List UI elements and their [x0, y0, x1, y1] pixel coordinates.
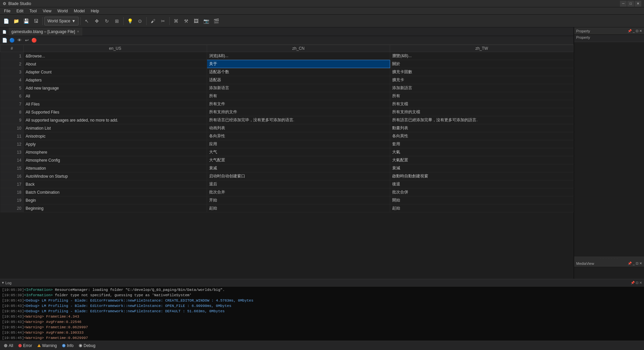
cell-en-us[interactable]: Animation List — [23, 124, 207, 132]
cell-zh-tw[interactable]: 擴充卡 — [390, 76, 574, 84]
new-file-button[interactable]: 📄 — [1, 16, 11, 26]
tool4-button[interactable]: 📷 — [201, 16, 211, 26]
cell-zh-tw[interactable]: 所有支持的文檔 — [390, 108, 574, 116]
cell-zh-tw[interactable]: 起始 — [390, 204, 574, 212]
cell-zh-cn[interactable]: 大气配置 — [207, 156, 390, 164]
cell-en-us[interactable]: Attenuation — [23, 164, 207, 172]
cell-zh-tw[interactable]: 衰減 — [390, 164, 574, 172]
tool5-button[interactable]: 🎬 — [211, 16, 221, 26]
panel-float-icon[interactable]: ⊡ — [636, 29, 638, 33]
menu-edit[interactable]: Edit — [14, 8, 26, 14]
menu-tool[interactable]: Tool — [27, 8, 39, 14]
scale-button[interactable]: ⊞ — [112, 16, 122, 26]
cell-zh-cn[interactable]: 所有支持的文件 — [207, 108, 390, 116]
cell-en-us[interactable]: &Browse... — [23, 52, 207, 60]
cell-zh-tw[interactable]: 所有 — [390, 92, 574, 100]
cell-zh-tw[interactable]: 關於 — [390, 60, 574, 68]
cell-zh-tw[interactable]: 後退 — [390, 180, 574, 188]
cell-zh-tw[interactable]: 大氣 — [390, 148, 574, 156]
cell-zh-cn[interactable]: 各向异性 — [207, 132, 390, 140]
lf-redo-button[interactable]: 🔴 — [31, 37, 37, 44]
cell-zh-tw[interactable]: 套用 — [390, 140, 574, 148]
cell-zh-tw[interactable]: 批次合併 — [390, 188, 574, 196]
menu-file[interactable]: File — [1, 8, 13, 14]
save-button[interactable]: 💾 — [21, 16, 31, 26]
world-space-dropdown[interactable]: World Space ▼ — [44, 17, 78, 25]
new-lang-tab-button[interactable]: 📄 — [1, 28, 8, 35]
property-panel-header[interactable]: Property 📌 _ ⊡ ✕ — [574, 27, 644, 35]
cell-zh-cn[interactable]: 批次合并 — [207, 188, 390, 196]
cell-en-us[interactable]: AutoWindow on Startup — [23, 172, 207, 180]
media-view-header[interactable]: MediaView 📌 _ ⊡ ✕ — [574, 260, 644, 267]
cell-zh-tw[interactable]: 擴充卡固數 — [390, 68, 574, 76]
cell-en-us[interactable]: Adapter Count — [23, 68, 207, 76]
lf-undo-button[interactable]: ↩ — [23, 37, 30, 44]
menu-model[interactable]: Model — [71, 8, 88, 14]
save-all-button[interactable]: 🖫 — [31, 16, 41, 26]
select-button[interactable]: ↖ — [82, 16, 92, 26]
cell-en-us[interactable]: Beginning — [23, 204, 207, 212]
cell-en-us[interactable]: Anisotropic — [23, 132, 207, 140]
cell-zh-cn[interactable]: 适配器 — [207, 76, 390, 84]
cell-en-us[interactable]: All Files — [23, 100, 207, 108]
lf-new-button[interactable]: 📄 — [1, 37, 8, 44]
cell-zh-tw[interactable]: 各向異性 — [390, 132, 574, 140]
cell-en-us[interactable]: All — [23, 92, 207, 100]
cell-zh-cn[interactable]: 应用 — [207, 140, 390, 148]
cell-zh-cn[interactable]: 退后 — [207, 180, 390, 188]
cell-zh-cn-input[interactable] — [209, 62, 388, 66]
menu-help[interactable]: Help — [88, 8, 102, 14]
cell-zh-cn[interactable]: 衰减 — [207, 164, 390, 172]
cell-zh-cn[interactable]: 所有文件 — [207, 100, 390, 108]
panel-close-icon[interactable]: ✕ — [639, 29, 642, 33]
cell-zh-cn[interactable]: 所有语言已经添加完毕，没有更多可添加的语言. — [207, 116, 390, 124]
cell-zh-tw[interactable]: 所有語言已經添加完畢，沒有更多可添加的語言. — [390, 116, 574, 124]
cell-zh-tw[interactable]: 所有文檔 — [390, 100, 574, 108]
tool2-button[interactable]: ⚒ — [181, 16, 191, 26]
minimize-button[interactable]: ─ — [620, 1, 627, 7]
cell-en-us[interactable]: All Supported Files — [23, 108, 207, 116]
cell-zh-cn[interactable]: 起始 — [207, 204, 390, 212]
rotate-button[interactable]: ↻ — [102, 16, 112, 26]
cell-zh-cn[interactable] — [207, 60, 390, 68]
lf-open-button[interactable]: 🔵 — [9, 37, 15, 44]
mv-collapse-icon[interactable]: _ — [633, 261, 635, 265]
cell-zh-cn[interactable]: 开始 — [207, 196, 390, 204]
cell-en-us[interactable]: Adapters — [23, 76, 207, 84]
menu-view[interactable]: View — [40, 8, 54, 14]
cell-zh-cn[interactable]: 添加新语言 — [207, 84, 390, 92]
cell-zh-cn[interactable]: 适配器个数 — [207, 68, 390, 76]
cell-zh-cn[interactable]: 启动时自动创建窗口 — [207, 172, 390, 180]
cell-zh-cn[interactable]: 动画列表 — [207, 124, 390, 132]
cell-zh-cn[interactable]: 浏览(&B)... — [207, 52, 390, 60]
status-info[interactable]: i Info — [61, 343, 75, 349]
cell-en-us[interactable]: About — [23, 60, 207, 68]
light-button[interactable]: 💡 — [125, 16, 135, 26]
mv-close-icon[interactable]: ✕ — [639, 261, 642, 265]
close-button[interactable]: ✕ — [635, 1, 641, 7]
status-debug[interactable]: ● Debug — [77, 343, 97, 349]
panel-collapse-icon[interactable]: _ — [633, 29, 635, 33]
cell-zh-cn[interactable]: 大气 — [207, 148, 390, 156]
status-all[interactable]: All — [3, 343, 14, 349]
cell-en-us[interactable]: Add new language — [23, 84, 207, 92]
cell-zh-tw[interactable]: 添加新語言 — [390, 84, 574, 92]
lang-tab-close[interactable]: × — [77, 30, 79, 33]
cell-en-us[interactable]: All supported languages are added, no mo… — [23, 116, 207, 124]
mv-float-icon[interactable]: ⊡ — [636, 261, 638, 265]
log-close-icon[interactable]: ✕ — [639, 281, 642, 285]
cell-en-us[interactable]: Apply — [23, 140, 207, 148]
brush-button[interactable]: 🖌 — [148, 16, 158, 26]
log-content[interactable]: [19:05:39]<Information> ResourceManager:… — [0, 287, 644, 341]
lang-file-tab[interactable]: gamestudio.blang – [Language File] × — [9, 27, 82, 36]
maximize-button[interactable]: □ — [627, 1, 634, 7]
cell-en-us[interactable]: Batch Combination — [23, 188, 207, 196]
eraser-button[interactable]: ✂ — [158, 16, 168, 26]
cell-zh-tw[interactable]: 啟動時自動創建視窗 — [390, 172, 574, 180]
cmd-button[interactable]: ⌘ — [171, 16, 181, 26]
status-warning[interactable]: Warning — [36, 343, 58, 349]
cell-en-us[interactable]: Atmosphere Config — [23, 156, 207, 164]
lf-save-button[interactable]: 👁 — [16, 37, 23, 44]
open-file-button[interactable]: 📁 — [11, 16, 21, 26]
cell-en-us[interactable]: Back — [23, 180, 207, 188]
